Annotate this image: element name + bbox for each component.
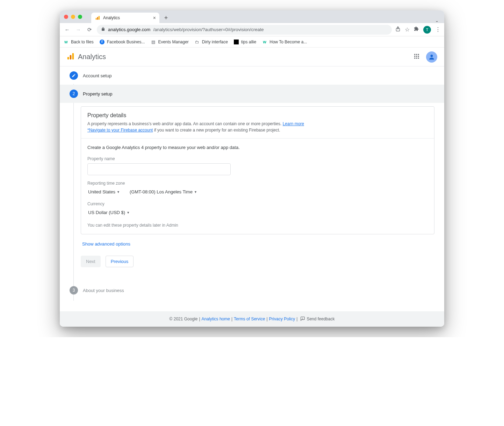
analytics-home-link[interactable]: Analytics home: [202, 317, 230, 321]
close-tab-icon[interactable]: ×: [153, 15, 156, 21]
medium-icon: [233, 39, 239, 45]
svg-rect-11: [416, 56, 417, 57]
select-value: US Dollar (USD $): [88, 210, 125, 215]
show-advanced-link[interactable]: Show advanced options: [82, 241, 434, 247]
svg-rect-6: [72, 53, 74, 59]
bookmark-label: tips allie: [241, 40, 256, 44]
bookmark-item[interactable]: tips allie: [233, 39, 256, 45]
chevron-down-icon: ▼: [194, 190, 197, 194]
property-details-panel: Property details A property represents a…: [81, 106, 434, 234]
back-button[interactable]: ←: [63, 27, 71, 33]
step-label: About your business: [83, 288, 124, 293]
panel-title: Property details: [87, 112, 428, 119]
url-path: /analytics/web/provision/?authuser=0#/pr…: [153, 27, 264, 32]
currency-select[interactable]: US Dollar (USD $)▼: [87, 208, 428, 216]
timezone-select[interactable]: (GMT-08:00) Los Angeles Time▼: [129, 188, 198, 196]
browser-tab[interactable]: Analytics ×: [91, 13, 159, 23]
titlebar: Analytics × + ⌄: [60, 10, 444, 23]
panel-body: Create a Google Analytics 4 property to …: [81, 139, 434, 234]
address-bar[interactable]: analytics.google.com/analytics/web/provi…: [97, 25, 392, 35]
step-done-icon: [70, 71, 78, 80]
bookmark-label: Facebook Busines...: [107, 40, 145, 44]
apps-grid-icon[interactable]: [413, 53, 420, 61]
panel-wrap: Property details A property represents a…: [81, 106, 434, 267]
svg-rect-10: [414, 56, 415, 57]
select-value: United States: [88, 189, 115, 194]
step-number-icon: 3: [70, 286, 78, 294]
bookmarks-bar: wBack to files fFacebook Busines... ▤Eve…: [60, 36, 444, 48]
firebase-link[interactable]: *Navigate to your Firebase account: [87, 128, 153, 133]
bookmark-item[interactable]: ▤Events Manager: [150, 39, 188, 45]
account-avatar[interactable]: [426, 51, 437, 63]
profile-avatar[interactable]: T: [423, 26, 431, 34]
lock-icon: [101, 27, 105, 32]
svg-point-16: [431, 55, 433, 57]
bookmark-label: Events Manager: [158, 40, 188, 44]
maximize-window-icon[interactable]: [78, 15, 82, 19]
window-controls: [64, 15, 82, 19]
feedback-icon: [300, 316, 305, 322]
svg-rect-0: [96, 18, 97, 20]
setup-wizard: Account setup 2 Property setup Property …: [60, 66, 444, 311]
app-header: Analytics: [60, 48, 444, 66]
footer-separator: |: [296, 317, 297, 321]
select-value: (GMT-08:00) Los Angeles Time: [130, 189, 193, 194]
facebook-icon: f: [99, 39, 105, 45]
tabs-dropdown-icon[interactable]: ⌄: [433, 18, 441, 23]
bookmark-item[interactable]: 🗀Dirty interface: [194, 39, 228, 45]
svg-rect-1: [97, 17, 98, 20]
panel-description: A property represents a business's web a…: [87, 121, 428, 133]
close-window-icon[interactable]: [64, 15, 68, 19]
footer-separator: |: [199, 317, 200, 321]
property-name-input[interactable]: [87, 163, 231, 175]
step-number-icon: 2: [70, 90, 78, 98]
send-feedback-button[interactable]: Send feedback: [300, 316, 334, 322]
step-label: Property setup: [83, 91, 113, 97]
lead-text: Create a Google Analytics 4 property to …: [87, 145, 428, 150]
analytics-logo-icon: [67, 52, 74, 62]
step-property-setup[interactable]: 2 Property setup: [60, 85, 444, 103]
tab-title: Analytics: [103, 15, 120, 20]
svg-rect-12: [418, 56, 419, 57]
page-icon: ▤: [150, 39, 156, 45]
currency-label: Currency: [87, 201, 428, 206]
new-tab-button[interactable]: +: [161, 13, 171, 22]
weblium-icon: w: [262, 39, 267, 45]
bookmark-item[interactable]: wHow To Become a...: [262, 39, 307, 45]
bookmark-star-icon[interactable]: ☆: [405, 26, 410, 33]
panel-header: Property details A property represents a…: [81, 107, 434, 139]
bookmark-item[interactable]: wBack to files: [63, 39, 94, 45]
kebab-menu-icon[interactable]: ⋮: [435, 26, 441, 33]
svg-rect-15: [418, 57, 419, 58]
footer-separator: |: [266, 317, 267, 321]
reload-button[interactable]: ⟳: [86, 27, 93, 33]
footer-separator: |: [231, 317, 232, 321]
svg-point-18: [303, 319, 303, 319]
browser-window: Analytics × + ⌄ ← → ⟳ analytics.google.c…: [60, 10, 444, 327]
learn-more-link[interactable]: Learn more: [283, 121, 304, 126]
svg-rect-5: [70, 55, 72, 59]
privacy-link[interactable]: Privacy Policy: [269, 317, 295, 321]
step-account-setup[interactable]: Account setup: [60, 66, 444, 85]
bookmark-label: Dirty interface: [202, 40, 228, 44]
desc-text: A property represents a business's web a…: [87, 121, 283, 126]
timezone-label: Reporting time zone: [87, 181, 428, 186]
share-icon[interactable]: [395, 26, 401, 33]
forward-button: →: [74, 27, 82, 33]
extensions-icon[interactable]: [414, 26, 419, 33]
previous-button[interactable]: Previous: [106, 256, 134, 267]
svg-rect-2: [99, 16, 100, 20]
country-select[interactable]: United States▼: [87, 188, 121, 196]
property-name-label: Property name: [87, 156, 428, 161]
terms-link[interactable]: Terms of Service: [234, 317, 265, 321]
bookmark-item[interactable]: fFacebook Busines...: [99, 39, 145, 45]
minimize-window-icon[interactable]: [71, 15, 75, 19]
bookmark-label: How To Become a...: [269, 40, 307, 44]
analytics-favicon-icon: [95, 15, 100, 21]
weblium-icon: w: [63, 39, 69, 45]
step-about-business: 3 About your business: [60, 281, 444, 299]
panel-hint: You can edit these property details late…: [87, 223, 428, 228]
chevron-down-icon: ▼: [117, 190, 120, 194]
url-domain: analytics.google.com: [108, 27, 150, 32]
bookmark-label: Back to files: [71, 40, 94, 44]
